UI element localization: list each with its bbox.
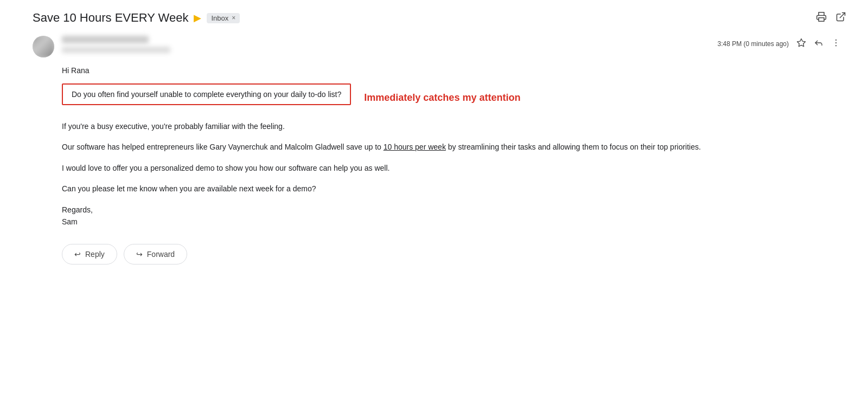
header-actions: [816, 11, 846, 25]
reply-button[interactable]: ↩ Reply: [62, 244, 117, 264]
reply-button-icon: ↩: [74, 250, 81, 259]
highlighted-question: Do you often find yourself unable to com…: [62, 83, 351, 105]
svg-point-5: [835, 45, 837, 46]
sender-name: [62, 36, 149, 43]
highlighted-row: Do you often find yourself unable to com…: [62, 83, 825, 112]
signature: Regards, Sam: [62, 204, 825, 228]
svg-line-1: [840, 12, 845, 17]
inbox-badge-label: Inbox: [211, 14, 228, 22]
print-icon[interactable]: [816, 11, 827, 25]
email-container: Save 10 Hours EVERY Week ▶ Inbox ×: [0, 0, 868, 275]
paragraph-1: If you're a busy executive, you're proba…: [62, 120, 825, 132]
greeting: Hi Rana: [62, 66, 825, 75]
paragraph-2-link[interactable]: 10 hours per week: [384, 143, 446, 151]
email-body: Hi Rana Do you often find yourself unabl…: [33, 66, 846, 228]
email-title-area: Save 10 Hours EVERY Week ▶ Inbox ×: [33, 11, 240, 25]
inbox-badge[interactable]: Inbox ×: [207, 13, 240, 23]
timestamp: 3:48 PM (0 minutes ago): [718, 40, 789, 48]
signature-line-1: Regards,: [62, 204, 825, 216]
svg-marker-2: [797, 39, 806, 47]
paragraph-2: Our software has helped entrepreneurs li…: [62, 141, 825, 153]
star-icon[interactable]: [796, 38, 806, 50]
paragraph-2-after: by streamlining their tasks and allowing…: [446, 143, 701, 151]
forward-button-icon: ↪: [136, 250, 143, 259]
svg-point-3: [835, 40, 837, 41]
annotation: Immediately catches my attention: [364, 92, 520, 104]
svg-rect-0: [819, 17, 824, 21]
email-subject: Save 10 Hours EVERY Week: [33, 11, 188, 25]
paragraph-3: I would love to offer you a personalized…: [62, 162, 825, 174]
forward-button[interactable]: ↪ Forward: [124, 244, 187, 264]
paragraph-4: Can you please let me know when you are …: [62, 183, 825, 195]
email-header: Save 10 Hours EVERY Week ▶ Inbox ×: [33, 11, 846, 25]
sender-left: [33, 36, 170, 57]
avatar: [33, 36, 54, 57]
inbox-badge-close[interactable]: ×: [232, 14, 235, 22]
forward-icon-title: ▶: [194, 12, 201, 24]
action-buttons: ↩ Reply ↪ Forward: [33, 244, 846, 264]
forward-button-label: Forward: [147, 250, 175, 259]
open-external-icon[interactable]: [835, 11, 846, 25]
reply-button-label: Reply: [85, 250, 105, 259]
sender-right: 3:48 PM (0 minutes ago): [718, 36, 841, 50]
signature-line-2: Sam: [62, 216, 825, 228]
svg-point-4: [835, 42, 837, 43]
more-icon[interactable]: [831, 38, 841, 50]
sender-info: [62, 36, 170, 53]
reply-header-icon[interactable]: [814, 38, 824, 50]
sender-row: 3:48 PM (0 minutes ago): [33, 36, 846, 57]
sender-email: [62, 47, 170, 53]
paragraph-2-before: Our software has helped entrepreneurs li…: [62, 143, 384, 151]
